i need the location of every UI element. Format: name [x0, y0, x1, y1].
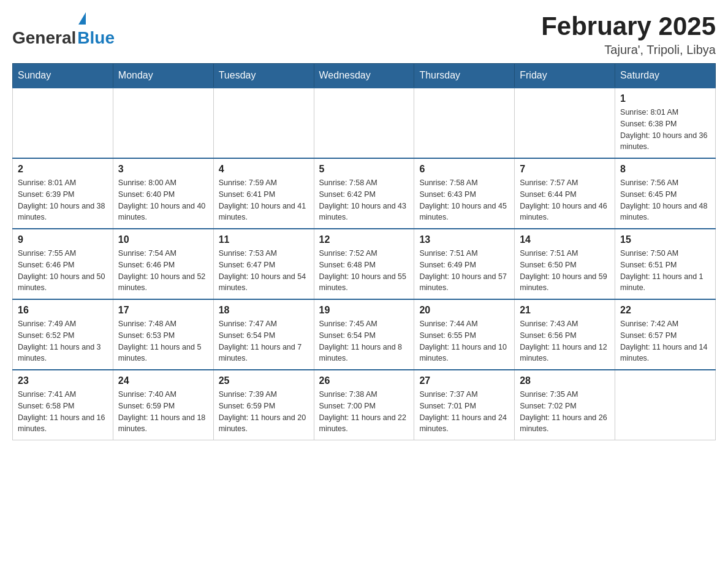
day-info: Sunrise: 7:42 AMSunset: 6:57 PMDaylight:… [620, 318, 710, 364]
day-info: Sunrise: 7:58 AMSunset: 6:43 PMDaylight:… [419, 177, 509, 223]
day-info: Sunrise: 8:00 AMSunset: 6:40 PMDaylight:… [118, 177, 208, 223]
weekday-header-tuesday: Tuesday [213, 64, 314, 88]
day-number: 24 [118, 375, 208, 386]
day-number: 18 [219, 305, 309, 316]
day-info: Sunrise: 7:57 AMSunset: 6:44 PMDaylight:… [520, 177, 610, 223]
day-number: 12 [319, 234, 409, 245]
calendar-cell [515, 88, 615, 158]
page-header: General Blue February 2025 Tajura', Trip… [12, 12, 716, 57]
calendar-cell: 23Sunrise: 7:41 AMSunset: 6:58 PMDayligh… [13, 370, 113, 440]
calendar-cell: 25Sunrise: 7:39 AMSunset: 6:59 PMDayligh… [213, 370, 314, 440]
day-info: Sunrise: 7:41 AMSunset: 6:58 PMDaylight:… [18, 389, 108, 435]
calendar-cell: 14Sunrise: 7:51 AMSunset: 6:50 PMDayligh… [515, 229, 615, 299]
logo-blue-text: Blue [77, 28, 115, 48]
weekday-header-saturday: Saturday [615, 64, 716, 88]
weekday-header-row: SundayMondayTuesdayWednesdayThursdayFrid… [13, 64, 716, 88]
day-number: 6 [419, 164, 509, 175]
day-number: 9 [18, 234, 108, 245]
day-number: 4 [219, 164, 309, 175]
day-info: Sunrise: 7:55 AMSunset: 6:46 PMDaylight:… [18, 248, 108, 294]
day-info: Sunrise: 7:58 AMSunset: 6:42 PMDaylight:… [319, 177, 409, 223]
day-number: 27 [419, 375, 509, 386]
calendar-cell: 3Sunrise: 8:00 AMSunset: 6:40 PMDaylight… [113, 158, 213, 229]
day-number: 2 [18, 164, 108, 175]
day-number: 14 [520, 234, 610, 245]
day-number: 28 [520, 375, 610, 386]
day-info: Sunrise: 7:59 AMSunset: 6:41 PMDaylight:… [219, 177, 309, 223]
calendar-cell: 13Sunrise: 7:51 AMSunset: 6:49 PMDayligh… [414, 229, 515, 299]
weekday-header-thursday: Thursday [414, 64, 515, 88]
calendar-cell: 10Sunrise: 7:54 AMSunset: 6:46 PMDayligh… [113, 229, 213, 299]
calendar-cell [314, 88, 414, 158]
day-number: 25 [219, 375, 309, 386]
day-info: Sunrise: 7:47 AMSunset: 6:54 PMDaylight:… [219, 318, 309, 364]
day-info: Sunrise: 7:51 AMSunset: 6:50 PMDaylight:… [520, 248, 610, 294]
calendar-cell [213, 88, 314, 158]
week-row-3: 9Sunrise: 7:55 AMSunset: 6:46 PMDaylight… [13, 229, 716, 299]
logo-general-text: General [12, 28, 76, 48]
day-info: Sunrise: 7:38 AMSunset: 7:00 PMDaylight:… [319, 389, 409, 435]
day-info: Sunrise: 7:56 AMSunset: 6:45 PMDaylight:… [620, 177, 710, 223]
calendar-cell: 8Sunrise: 7:56 AMSunset: 6:45 PMDaylight… [615, 158, 716, 229]
day-info: Sunrise: 7:44 AMSunset: 6:55 PMDaylight:… [419, 318, 509, 364]
calendar-cell [615, 370, 716, 440]
calendar-cell: 24Sunrise: 7:40 AMSunset: 6:59 PMDayligh… [113, 370, 213, 440]
calendar-cell: 4Sunrise: 7:59 AMSunset: 6:41 PMDaylight… [213, 158, 314, 229]
calendar-cell: 7Sunrise: 7:57 AMSunset: 6:44 PMDaylight… [515, 158, 615, 229]
logo: General Blue [12, 12, 115, 48]
day-number: 22 [620, 305, 710, 316]
week-row-1: 1Sunrise: 8:01 AMSunset: 6:38 PMDaylight… [13, 88, 716, 158]
day-number: 16 [18, 305, 108, 316]
calendar-cell: 22Sunrise: 7:42 AMSunset: 6:57 PMDayligh… [615, 299, 716, 370]
day-info: Sunrise: 7:54 AMSunset: 6:46 PMDaylight:… [118, 248, 208, 294]
day-number: 8 [620, 164, 710, 175]
week-row-2: 2Sunrise: 8:01 AMSunset: 6:39 PMDaylight… [13, 158, 716, 229]
day-number: 11 [219, 234, 309, 245]
week-row-4: 16Sunrise: 7:49 AMSunset: 6:52 PMDayligh… [13, 299, 716, 370]
day-info: Sunrise: 7:45 AMSunset: 6:54 PMDaylight:… [319, 318, 409, 364]
day-info: Sunrise: 7:40 AMSunset: 6:59 PMDaylight:… [118, 389, 208, 435]
day-number: 13 [419, 234, 509, 245]
calendar-cell: 16Sunrise: 7:49 AMSunset: 6:52 PMDayligh… [13, 299, 113, 370]
day-number: 10 [118, 234, 208, 245]
day-info: Sunrise: 7:43 AMSunset: 6:56 PMDaylight:… [520, 318, 610, 364]
calendar-cell: 15Sunrise: 7:50 AMSunset: 6:51 PMDayligh… [615, 229, 716, 299]
day-number: 19 [319, 305, 409, 316]
logo-triangle-icon [78, 12, 86, 25]
weekday-header-monday: Monday [113, 64, 213, 88]
day-info: Sunrise: 7:52 AMSunset: 6:48 PMDaylight:… [319, 248, 409, 294]
day-info: Sunrise: 7:37 AMSunset: 7:01 PMDaylight:… [419, 389, 509, 435]
calendar-cell: 12Sunrise: 7:52 AMSunset: 6:48 PMDayligh… [314, 229, 414, 299]
calendar-cell [414, 88, 515, 158]
day-number: 5 [319, 164, 409, 175]
day-number: 21 [520, 305, 610, 316]
calendar-cell: 17Sunrise: 7:48 AMSunset: 6:53 PMDayligh… [113, 299, 213, 370]
day-info: Sunrise: 8:01 AMSunset: 6:38 PMDaylight:… [620, 107, 710, 153]
calendar-cell: 6Sunrise: 7:58 AMSunset: 6:43 PMDaylight… [414, 158, 515, 229]
calendar-cell: 19Sunrise: 7:45 AMSunset: 6:54 PMDayligh… [314, 299, 414, 370]
day-info: Sunrise: 8:01 AMSunset: 6:39 PMDaylight:… [18, 177, 108, 223]
day-number: 26 [319, 375, 409, 386]
day-info: Sunrise: 7:39 AMSunset: 6:59 PMDaylight:… [219, 389, 309, 435]
calendar-cell: 5Sunrise: 7:58 AMSunset: 6:42 PMDaylight… [314, 158, 414, 229]
calendar-cell: 9Sunrise: 7:55 AMSunset: 6:46 PMDaylight… [13, 229, 113, 299]
day-info: Sunrise: 7:53 AMSunset: 6:47 PMDaylight:… [219, 248, 309, 294]
calendar-cell: 27Sunrise: 7:37 AMSunset: 7:01 PMDayligh… [414, 370, 515, 440]
day-number: 7 [520, 164, 610, 175]
day-number: 1 [620, 93, 710, 104]
day-number: 23 [18, 375, 108, 386]
title-block: February 2025 Tajura', Tripoli, Libya [541, 12, 716, 57]
calendar-cell [13, 88, 113, 158]
weekday-header-friday: Friday [515, 64, 615, 88]
calendar-table: SundayMondayTuesdayWednesdayThursdayFrid… [12, 63, 716, 440]
calendar-cell: 26Sunrise: 7:38 AMSunset: 7:00 PMDayligh… [314, 370, 414, 440]
weekday-header-wednesday: Wednesday [314, 64, 414, 88]
day-info: Sunrise: 7:49 AMSunset: 6:52 PMDaylight:… [18, 318, 108, 364]
day-info: Sunrise: 7:51 AMSunset: 6:49 PMDaylight:… [419, 248, 509, 294]
calendar-cell: 20Sunrise: 7:44 AMSunset: 6:55 PMDayligh… [414, 299, 515, 370]
calendar-cell: 1Sunrise: 8:01 AMSunset: 6:38 PMDaylight… [615, 88, 716, 158]
day-number: 3 [118, 164, 208, 175]
day-info: Sunrise: 7:48 AMSunset: 6:53 PMDaylight:… [118, 318, 208, 364]
month-year-title: February 2025 [541, 12, 716, 40]
day-number: 17 [118, 305, 208, 316]
